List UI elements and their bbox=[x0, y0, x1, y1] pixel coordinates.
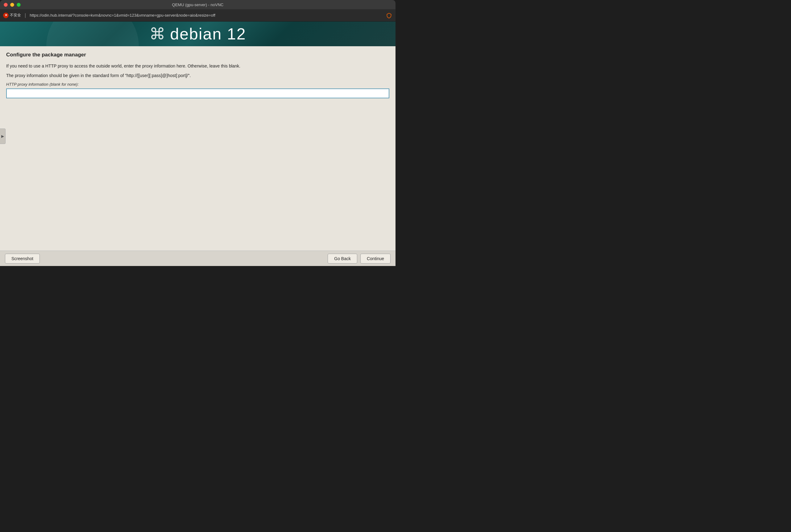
debian-swirl-icon: ⌘ bbox=[149, 26, 165, 42]
side-panel-handle[interactable]: ▶ bbox=[0, 129, 5, 144]
security-label: 不安全 bbox=[10, 13, 21, 18]
bottom-bar: Screenshot Go Back Continue bbox=[0, 251, 396, 266]
debian-header: ⌘ debian 12 bbox=[0, 22, 396, 46]
side-handle-arrow-icon: ▶ bbox=[1, 134, 4, 138]
screenshot-button[interactable]: Screenshot bbox=[5, 254, 40, 264]
section-title: Configure the package manager bbox=[6, 52, 389, 58]
close-button[interactable] bbox=[4, 3, 8, 7]
debian-title: debian 12 bbox=[170, 25, 246, 43]
info-text-2: The proxy information should be given in… bbox=[6, 72, 389, 79]
security-icon: ✕ bbox=[3, 13, 8, 18]
info-text-1: If you need to use a HTTP proxy to acces… bbox=[6, 63, 389, 69]
traffic-lights bbox=[4, 3, 21, 7]
proxy-input[interactable] bbox=[6, 89, 389, 98]
debian-logo: ⌘ debian 12 bbox=[149, 25, 246, 43]
url-display[interactable]: https://odin.hub.internal/?console=kvm&n… bbox=[30, 13, 383, 18]
go-back-button[interactable]: Go Back bbox=[328, 254, 357, 264]
proxy-field-label: HTTP proxy information (blank for none): bbox=[6, 82, 389, 87]
browser-window: QEMU (gpu-server) - noVNC ✕ 不安全 | https:… bbox=[0, 0, 396, 266]
security-warning: ✕ 不安全 bbox=[3, 13, 21, 18]
divider: | bbox=[25, 13, 26, 18]
title-bar: QEMU (gpu-server) - noVNC bbox=[0, 0, 396, 9]
window-title: QEMU (gpu-server) - noVNC bbox=[172, 2, 224, 7]
novnc-display: ⌘ debian 12 ▶ Configure the package mana… bbox=[0, 22, 396, 251]
navigation-buttons: Go Back Continue bbox=[328, 254, 390, 264]
maximize-button[interactable] bbox=[17, 3, 21, 7]
minimize-button[interactable] bbox=[10, 3, 14, 7]
brave-icon bbox=[386, 12, 392, 19]
continue-button[interactable]: Continue bbox=[360, 254, 390, 264]
main-content: Configure the package manager If you nee… bbox=[0, 46, 396, 104]
address-bar: ✕ 不安全 | https://odin.hub.internal/?conso… bbox=[0, 9, 396, 22]
